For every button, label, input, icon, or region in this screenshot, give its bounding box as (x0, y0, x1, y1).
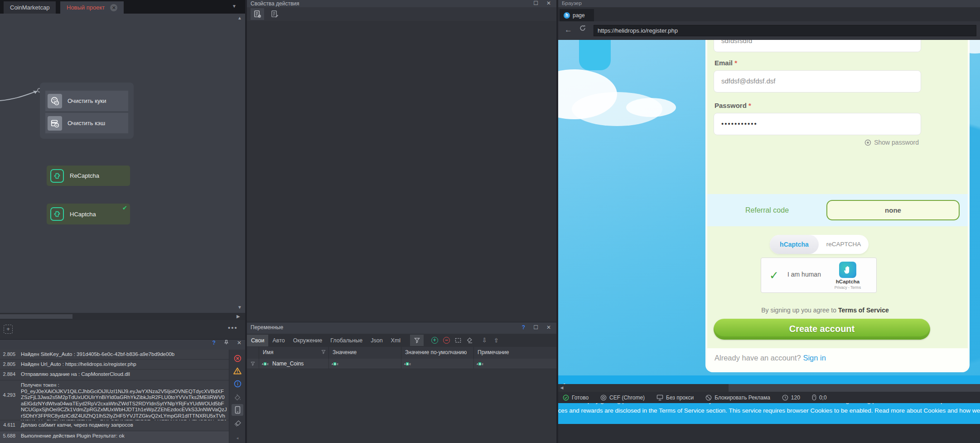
url-input[interactable]: https://helidrops.io/register.php (594, 25, 976, 36)
privacy-terms-links[interactable]: Privacy - Terms (829, 285, 866, 290)
referral-code-input[interactable]: none (826, 200, 960, 220)
status-adblock[interactable]: Блокировать Реклама (705, 394, 770, 401)
log-entry-selected[interactable]: 5.688 Выполнение действия Plugin Результ… (0, 431, 229, 443)
log-message: Выполнение действия Plugin Результат: ok (15, 431, 126, 443)
web-page: sdfdsfsdfd Email * sdfdsf@dsfdsf.dsf Pas… (558, 40, 980, 424)
show-password-toggle[interactable]: Show password (864, 139, 919, 146)
node-clear-cookies[interactable]: Очистить куки (45, 91, 128, 111)
tab-globals[interactable]: Глобальные (326, 335, 367, 346)
eraser-icon[interactable] (465, 336, 474, 345)
status-engine[interactable]: CEF (Chrome) (600, 394, 645, 401)
move-up-icon[interactable]: ⇧ (492, 336, 501, 345)
action-settings-icon[interactable] (251, 8, 264, 20)
column-header-note[interactable]: Примечание (474, 347, 556, 359)
tab-auto-variables[interactable]: Авто (268, 335, 289, 346)
scrollbar-thumb[interactable] (0, 314, 72, 319)
password-input[interactable]: ••••••••••• (714, 113, 921, 135)
referral-label: Referral code (745, 206, 789, 214)
scrollbar-thumb[interactable] (565, 384, 729, 392)
email-input[interactable]: sdfdsf@dsfdsf.dsf (714, 70, 921, 92)
scroll-down-icon[interactable]: ▼ (237, 305, 242, 310)
cloud-decoration (626, 98, 676, 117)
row-filter-cell[interactable] (247, 359, 259, 369)
column-header-default[interactable]: Значение по-умолчанию (401, 347, 474, 359)
username-input[interactable]: sdfdsfsdfd (714, 40, 921, 52)
filter-toggle-button[interactable] (410, 335, 424, 346)
funnel-icon[interactable] (321, 350, 326, 354)
project-tab-coinmarketcap[interactable]: CoinMarketcap (4, 1, 56, 14)
node-recaptcha[interactable]: ReCaptcha (47, 166, 130, 186)
scroll-up-icon[interactable]: ▲ (237, 15, 242, 20)
column-header-value[interactable]: Значение (329, 347, 401, 359)
log-entry[interactable]: 2.805 Найден Url_Auto : https://helidrop… (0, 360, 229, 370)
variable-value-cell[interactable]: ᴀʙᴄ (329, 359, 401, 369)
column-header-name[interactable]: Имя (259, 347, 329, 359)
log-time: 4.293 (0, 380, 15, 420)
terms-of-service-link[interactable]: Terms of Service (838, 307, 889, 314)
password-label: Password * (714, 102, 751, 109)
copy-frame-icon[interactable] (454, 336, 463, 345)
close-icon[interactable]: ✕ (546, 0, 551, 6)
status-proxy[interactable]: Без прокси (657, 394, 694, 401)
add-variable-icon[interactable]: + (430, 336, 439, 345)
tab-xml[interactable]: Xml (387, 335, 405, 346)
variable-row[interactable]: ᴀʙᴄ Name_Coins ᴀʙᴄ ᴀʙᴄ ᴀʙᴄ (247, 359, 556, 369)
variable-default-cell[interactable]: ᴀʙᴄ (401, 359, 474, 369)
broom-icon[interactable] (232, 418, 243, 429)
create-account-button[interactable]: Create account (714, 319, 930, 340)
project-tab-new-project[interactable]: Новый проект ✕ (60, 1, 124, 14)
browser-horizontal-scrollbar[interactable]: ◀ (558, 384, 980, 392)
help-icon[interactable]: ? (522, 324, 525, 331)
close-icon[interactable]: ✕ (546, 324, 551, 331)
sign-in-link[interactable]: Sign in (803, 354, 826, 362)
node-clear-cache[interactable]: Очистить кэш (45, 113, 128, 133)
log-errors-icon[interactable] (232, 352, 243, 364)
variable-name-cell[interactable]: ᴀʙᴄ Name_Coins (259, 359, 329, 369)
flowchart-canvas[interactable]: Очистить куки Очистить кэш (0, 14, 245, 313)
scroll-down-icon[interactable]: ◂ (232, 432, 243, 443)
tab-own-variables[interactable]: Свои (247, 335, 268, 346)
node-hcaptcha[interactable]: HCaptcha ✔ (47, 204, 130, 224)
more-options-icon[interactable]: ••• (228, 324, 238, 331)
tab-environment[interactable]: Окружение (289, 335, 327, 346)
maximize-icon[interactable]: ☐ (533, 0, 538, 6)
action-group-node[interactable]: Очистить куки Очистить кэш (40, 83, 134, 139)
close-tab-icon[interactable]: ✕ (110, 4, 117, 11)
maximize-icon[interactable]: ☐ (533, 324, 538, 331)
paint-bucket-icon[interactable] (232, 391, 243, 403)
scroll-left-icon[interactable]: ◀ (558, 384, 565, 392)
log-warnings-icon[interactable] (232, 365, 243, 377)
connection-line (0, 82, 45, 104)
close-icon[interactable]: ✕ (237, 340, 241, 346)
variable-note-cell[interactable]: ᴀʙᴄ (474, 359, 556, 369)
help-icon[interactable]: ? (212, 340, 216, 346)
pin-icon[interactable] (224, 340, 229, 346)
log-entry[interactable]: 4.293 Получен токен : P0_eyJ0eXAiOiJKV1Q… (0, 380, 229, 420)
hcaptcha-widget[interactable]: ✓ I am human hCaptcha Privacy - Terms (761, 258, 877, 293)
favicon: h (564, 12, 570, 19)
refresh-icon[interactable] (579, 24, 586, 32)
scroll-right-icon[interactable]: ▶ (237, 314, 240, 319)
chevron-down-icon[interactable]: ▼ (232, 4, 237, 9)
browser-panel: Браузер h page ← https://helidrops.io/re… (558, 0, 980, 443)
status-timeout[interactable]: 120 (782, 394, 800, 401)
log-entry[interactable]: 4.611 Делаю сабмит капчи, через подмену … (0, 420, 229, 431)
mobile-view-icon[interactable] (232, 404, 243, 416)
canvas-horizontal-scrollbar[interactable]: ▶ (0, 313, 245, 320)
move-down-icon[interactable]: ⇩ (480, 336, 489, 345)
back-icon[interactable]: ← (565, 25, 572, 34)
add-action-button[interactable]: + (4, 325, 13, 334)
log-message: Найден SiteKey_Auto : 391d405b-6e0c-42bf… (15, 350, 176, 359)
tab-json[interactable]: Json (367, 335, 386, 346)
log-entry[interactable]: 2.805 Найден SiteKey_Auto : 391d405b-6e0… (0, 350, 229, 360)
remove-variable-icon[interactable]: − (442, 336, 451, 345)
properties-toolbar (247, 7, 556, 21)
browser-tab-page[interactable]: h page (560, 9, 594, 21)
log-info-icon[interactable] (232, 378, 243, 389)
database-icon (48, 116, 62, 131)
tab-recaptcha[interactable]: reCAPTCHA (819, 235, 869, 254)
checkbox-checked-icon[interactable]: ✓ (769, 269, 779, 282)
log-entry[interactable]: 2.884 Отправляю задание на : CapMonsterC… (0, 370, 229, 380)
tab-hcaptcha[interactable]: hCaptcha (770, 235, 819, 254)
action-edit-icon[interactable] (268, 8, 281, 20)
